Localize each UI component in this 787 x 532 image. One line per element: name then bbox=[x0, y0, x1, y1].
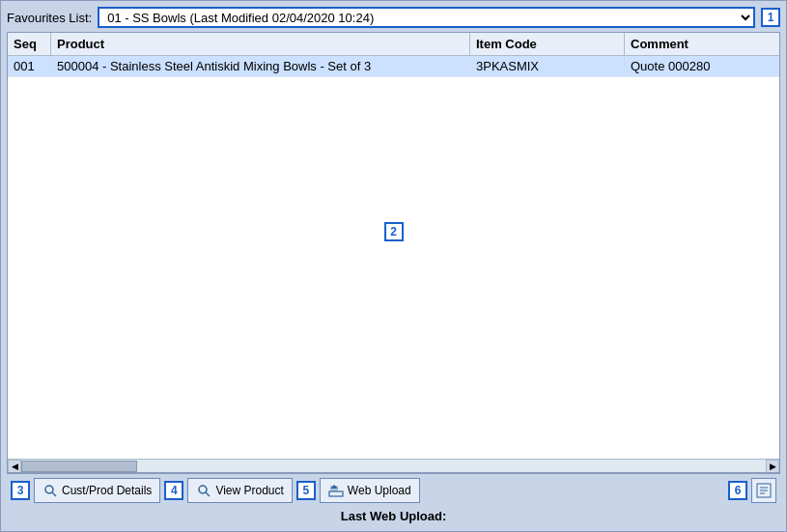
cust-prod-details-button[interactable]: Cust/Prod Details bbox=[34, 478, 160, 503]
col-seq: Seq bbox=[8, 33, 51, 55]
web-upload-label: Web Upload bbox=[348, 484, 411, 497]
svg-line-1 bbox=[52, 492, 56, 496]
col-comment: Comment bbox=[625, 33, 779, 55]
cell-comment: Quote 000280 bbox=[625, 56, 779, 76]
empty-area: 2 bbox=[8, 77, 779, 386]
badge-6: 6 bbox=[728, 481, 747, 500]
cell-product: 500004 - Stainless Steel Antiskid Mixing… bbox=[51, 56, 470, 76]
last-web-upload-label: Last Web Upload: bbox=[341, 509, 447, 523]
badge-4: 4 bbox=[164, 481, 183, 500]
badge-1: 1 bbox=[761, 8, 780, 27]
view-product-button[interactable]: View Product bbox=[187, 478, 292, 503]
badge-3: 3 bbox=[11, 481, 30, 500]
view-icon bbox=[196, 483, 211, 498]
search-icon bbox=[42, 483, 58, 498]
table-header: Seq Product Item Code Comment bbox=[8, 33, 779, 56]
status-bar: Last Web Upload: bbox=[7, 507, 780, 525]
small-icon-button[interactable] bbox=[751, 478, 776, 503]
cust-prod-details-label: Cust/Prod Details bbox=[62, 484, 152, 497]
table-body: 001 500004 - Stainless Steel Antiskid Mi… bbox=[8, 56, 779, 459]
svg-point-0 bbox=[45, 486, 53, 493]
scroll-left-button[interactable]: ◀ bbox=[8, 460, 21, 473]
table-row[interactable]: 001 500004 - Stainless Steel Antiskid Mi… bbox=[8, 56, 779, 77]
svg-line-3 bbox=[206, 492, 210, 496]
cell-item-code: 3PKASMIX bbox=[470, 56, 625, 76]
main-panel: Seq Product Item Code Comment 001 500004… bbox=[7, 32, 780, 473]
view-product-label: View Product bbox=[215, 484, 283, 497]
col-item-code: Item Code bbox=[470, 33, 625, 55]
svg-point-2 bbox=[199, 486, 207, 493]
favourites-label: Favourites List: bbox=[7, 11, 92, 25]
col-product: Product bbox=[51, 33, 470, 55]
scroll-track[interactable] bbox=[21, 460, 766, 473]
favourites-bar: Favourites List: 01 - SS Bowls (Last Mod… bbox=[7, 7, 780, 28]
bottom-toolbar: 3 Cust/Prod Details 4 View Product 5 bbox=[7, 473, 780, 507]
badge-2: 2 bbox=[384, 222, 404, 241]
main-container: Favourites List: 01 - SS Bowls (Last Mod… bbox=[0, 0, 787, 532]
web-upload-button[interactable]: Web Upload bbox=[320, 478, 420, 503]
svg-rect-4 bbox=[329, 491, 343, 496]
upload-icon bbox=[328, 483, 344, 498]
scroll-right-button[interactable]: ▶ bbox=[766, 460, 779, 473]
favourites-select[interactable]: 01 - SS Bowls (Last Modified 02/04/2020 … bbox=[98, 7, 755, 28]
cell-seq: 001 bbox=[8, 56, 51, 76]
horizontal-scrollbar: ◀ ▶ bbox=[8, 459, 779, 472]
scroll-thumb[interactable] bbox=[21, 461, 137, 472]
badge-5: 5 bbox=[296, 481, 316, 500]
